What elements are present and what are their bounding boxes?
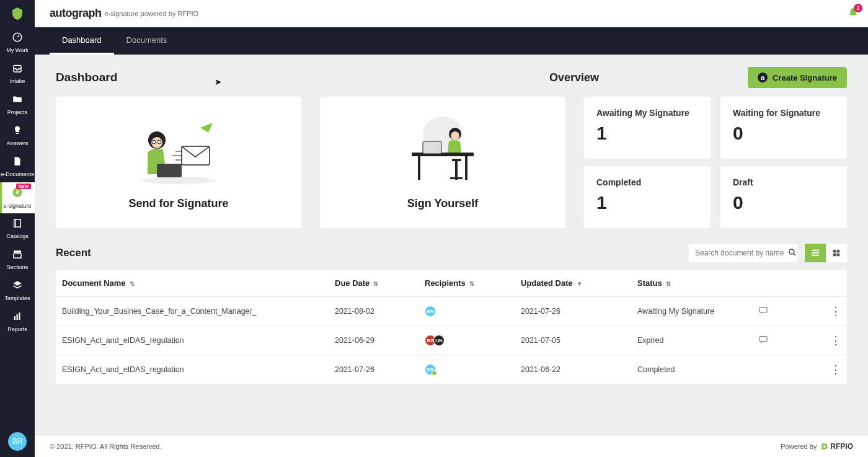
notification-bell[interactable]: 2 xyxy=(848,6,859,20)
svg-rect-33 xyxy=(833,250,836,253)
svg-rect-8 xyxy=(17,314,18,320)
svg-rect-26 xyxy=(455,161,458,180)
svg-rect-32 xyxy=(812,255,819,256)
app-sidebar: My WorkIntakeProjectsAnswerse-Documentsa… xyxy=(0,0,35,457)
col-document-name[interactable]: Document Name⇅ xyxy=(62,278,335,288)
stat-waiting-for-signature[interactable]: Waiting for Signature 0 xyxy=(720,97,847,159)
bulb-icon xyxy=(12,125,23,139)
svg-point-10 xyxy=(141,177,216,184)
search-input-wrapper[interactable] xyxy=(689,244,797,262)
table-row[interactable]: Building_Your_Busines_Case_for_a_Content… xyxy=(56,297,847,326)
list-view-button[interactable] xyxy=(805,244,826,262)
sidebar-item-e-documents[interactable]: e-Documents xyxy=(0,151,35,182)
user-avatar[interactable]: BR xyxy=(8,432,27,451)
svg-point-24 xyxy=(451,131,459,140)
stat-completed[interactable]: Completed 1 xyxy=(584,166,711,228)
overview-heading: Overview xyxy=(549,71,599,84)
svg-rect-27 xyxy=(450,177,463,179)
tab-documents[interactable]: Documents xyxy=(114,27,180,55)
sidebar-item-sections[interactable]: Sections xyxy=(0,244,35,275)
powered-by-label: Powered by xyxy=(781,443,817,450)
svg-rect-22 xyxy=(423,141,441,154)
nav-tabs: Dashboard Documents xyxy=(35,27,868,55)
status: Awaiting My Signature xyxy=(637,307,758,316)
search-input[interactable] xyxy=(695,249,788,257)
app-logo[interactable] xyxy=(0,0,35,27)
updated-date: 2021-07-05 xyxy=(521,336,637,345)
sidebar-item-reports[interactable]: Reports xyxy=(0,306,35,337)
doc-name: ESIGN_Act_and_eIDAS_regulation xyxy=(62,336,335,345)
sign-card-title: Sign Yourself xyxy=(407,197,478,210)
svg-rect-6 xyxy=(14,254,21,258)
brand-name: autograph xyxy=(50,7,102,20)
copyright: © 2021, RFPIO. All Rights Reserved. xyxy=(50,443,162,450)
svg-rect-9 xyxy=(19,313,20,320)
svg-rect-36 xyxy=(837,254,840,257)
svg-rect-5 xyxy=(14,251,21,253)
new-badge: NEW xyxy=(16,184,31,189)
notification-count: 2 xyxy=(854,4,862,12)
svg-rect-2 xyxy=(16,133,19,135)
due-date: 2021-08-02 xyxy=(335,307,425,316)
svg-rect-19 xyxy=(412,153,474,156)
sort-icon: ⇅ xyxy=(666,280,671,287)
tab-dashboard[interactable]: Dashboard xyxy=(50,27,114,55)
footer: © 2021, RFPIO. All Rights Reserved. Powe… xyxy=(35,435,868,457)
updated-date: 2021-07-26 xyxy=(521,307,637,316)
comment-icon[interactable] xyxy=(758,336,768,347)
svg-rect-25 xyxy=(452,159,461,161)
doc-name: ESIGN_Act_and_eIDAS_regulation xyxy=(62,365,335,374)
create-signature-button[interactable]: a Create Signature xyxy=(748,67,847,88)
sort-icon: ⇅ xyxy=(373,280,378,287)
sidebar-item-answers[interactable]: Answers xyxy=(0,120,35,151)
sidebar-item-templates[interactable]: Templates xyxy=(0,275,35,306)
send-for-signature-card[interactable]: Send for Signature xyxy=(56,97,301,228)
comment-icon[interactable] xyxy=(758,307,768,317)
sidebar-item-e-signature[interactable]: ae-signatureNEW xyxy=(0,182,35,213)
sidebar-item-intake[interactable]: Intake xyxy=(0,58,35,89)
stat-awaiting-my-signature[interactable]: Awaiting My Signature 1 xyxy=(584,97,711,159)
due-date: 2021-06-29 xyxy=(335,336,425,345)
svg-rect-20 xyxy=(418,156,420,180)
sidebar-item-projects[interactable]: Projects xyxy=(0,89,35,120)
row-menu-button[interactable]: ⋮ xyxy=(830,305,841,317)
rfpio-logo: RFPIO xyxy=(820,442,853,451)
sidebar-item-my-work[interactable]: My Work xyxy=(0,27,35,58)
svg-rect-37 xyxy=(760,307,767,312)
svg-rect-30 xyxy=(812,250,819,251)
svg-line-29 xyxy=(794,253,795,255)
sort-icon: ⇅ xyxy=(469,280,474,287)
gauge-icon xyxy=(12,32,23,46)
recipient-avatar: BR xyxy=(425,306,436,317)
documents-table: Document Name⇅ Due Date⇅ Recipients⇅ Upd… xyxy=(56,270,847,384)
table-row[interactable]: ESIGN_Act_and_eIDAS_regulation2021-06-29… xyxy=(56,326,847,355)
col-due-date[interactable]: Due Date⇅ xyxy=(335,278,425,288)
sort-icon: ▼ xyxy=(577,280,583,287)
grid-view-button[interactable] xyxy=(826,244,847,262)
row-menu-button[interactable]: ⋮ xyxy=(830,334,841,347)
book-icon xyxy=(12,218,23,232)
svg-rect-34 xyxy=(837,250,840,253)
table-row[interactable]: ESIGN_Act_and_eIDAS_regulation2021-07-26… xyxy=(56,355,847,384)
table-header: Document Name⇅ Due Date⇅ Recipients⇅ Upd… xyxy=(56,270,847,297)
svg-text:a: a xyxy=(16,189,19,195)
folder-icon xyxy=(12,94,23,108)
send-card-title: Send for Signature xyxy=(128,197,228,210)
recipients: BR xyxy=(425,364,521,375)
col-recipients[interactable]: Recipients⇅ xyxy=(425,278,521,288)
top-bar: autograph e-signature powered by RFPIO 2 xyxy=(35,0,868,27)
stat-draft[interactable]: Draft 0 xyxy=(720,166,847,228)
sign-yourself-card[interactable]: Sign Yourself xyxy=(320,97,565,228)
view-toggle xyxy=(805,244,847,262)
sign-illustration xyxy=(393,115,492,190)
col-status[interactable]: Status⇅ xyxy=(637,278,758,288)
sidebar-item-catalogs[interactable]: Catalogs xyxy=(0,213,35,244)
recent-heading: Recent xyxy=(56,247,91,259)
updated-date: 2021-06-22 xyxy=(521,365,637,374)
svg-rect-21 xyxy=(465,156,467,180)
sort-icon: ⇅ xyxy=(130,280,135,287)
row-menu-button[interactable]: ⋮ xyxy=(830,363,841,376)
svg-rect-38 xyxy=(760,336,767,341)
section-icon xyxy=(12,249,23,263)
col-updated-date[interactable]: Updated Date▼ xyxy=(521,278,637,288)
